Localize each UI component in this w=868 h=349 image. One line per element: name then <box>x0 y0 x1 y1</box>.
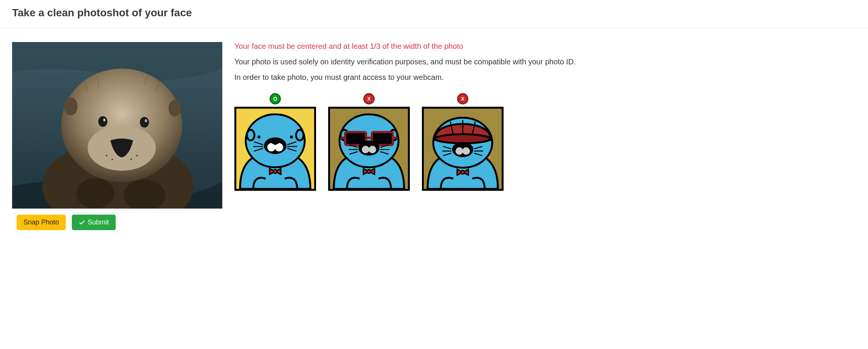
warning-text: Your face must be centered and at least … <box>234 42 856 51</box>
page-title: Take a clean photoshot of your face <box>12 7 856 19</box>
svg-point-53 <box>367 170 371 173</box>
svg-point-59 <box>456 147 463 155</box>
check-icon <box>79 219 85 226</box>
example-image-good <box>234 107 316 191</box>
svg-point-21 <box>247 130 254 140</box>
bad-badge-label: X <box>367 96 370 102</box>
right-column: Your face must be centered and at least … <box>234 42 856 191</box>
example-image-sunglasses <box>328 107 410 191</box>
svg-point-12 <box>136 155 138 156</box>
submit-button[interactable]: Submit <box>72 215 116 230</box>
submit-label: Submit <box>88 218 109 226</box>
example-bad-hat: X <box>422 93 504 191</box>
svg-point-67 <box>461 170 465 174</box>
examples-row: O <box>234 93 856 191</box>
button-row: Snap Photo Submit <box>12 215 222 230</box>
example-good: O <box>234 93 316 191</box>
svg-point-3 <box>64 97 78 115</box>
svg-point-4 <box>169 100 181 117</box>
svg-point-28 <box>271 139 279 145</box>
content-area: Snap Photo Submit Your face must be cent… <box>0 28 868 244</box>
svg-point-11 <box>112 159 113 160</box>
bad-badge: X <box>363 93 375 104</box>
svg-point-6 <box>98 116 107 127</box>
ok-badge-label: O <box>273 96 277 102</box>
svg-point-10 <box>106 155 107 156</box>
svg-point-7 <box>140 117 149 128</box>
bad-badge-2-label: X <box>461 96 464 102</box>
svg-point-22 <box>296 130 304 140</box>
info-text-1: Your photo is used solely on identity ve… <box>234 58 856 66</box>
svg-point-8 <box>103 118 105 122</box>
bad-badge-2: X <box>457 93 468 104</box>
ok-badge: O <box>270 93 281 104</box>
svg-point-24 <box>290 136 293 139</box>
svg-point-45 <box>362 146 369 153</box>
svg-rect-43 <box>392 137 397 139</box>
info-text-2: In order to take photo, you must grant a… <box>234 73 856 82</box>
page-header: Take a clean photoshot of your face <box>0 0 868 28</box>
snap-photo-button[interactable]: Snap Photo <box>17 215 66 230</box>
svg-point-60 <box>462 147 470 155</box>
svg-point-9 <box>145 119 147 122</box>
left-column: Snap Photo Submit <box>12 42 222 230</box>
svg-point-23 <box>257 136 260 139</box>
svg-rect-42 <box>341 137 346 139</box>
example-bad-sunglasses: X <box>328 93 410 191</box>
webcam-preview <box>12 42 222 209</box>
svg-point-35 <box>273 170 277 173</box>
webcam-image <box>12 42 222 209</box>
svg-point-14 <box>76 178 114 209</box>
snap-photo-label: Snap Photo <box>23 218 59 226</box>
svg-point-13 <box>130 159 132 160</box>
svg-rect-41 <box>366 137 372 139</box>
svg-point-46 <box>369 146 376 153</box>
example-image-hat <box>422 107 504 191</box>
